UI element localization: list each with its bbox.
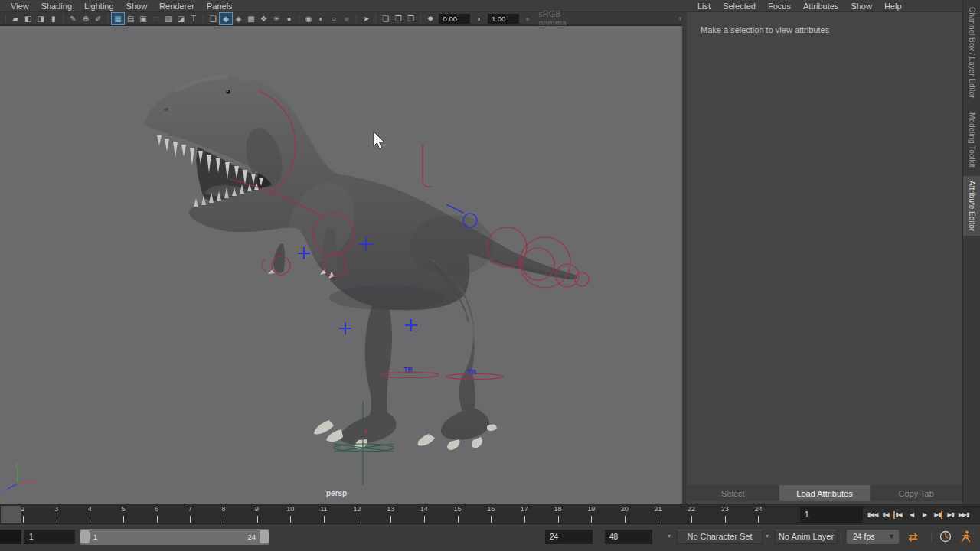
menu-selected[interactable]: Selected — [717, 1, 762, 11]
film-gate-icon[interactable]: ▤ — [125, 13, 137, 24]
copy-tab-button[interactable]: Copy Tab — [871, 485, 962, 501]
go-to-start-button[interactable]: ▮◀◀ — [866, 507, 879, 523]
xray-icon[interactable]: ❏ — [380, 13, 392, 24]
playback-start-field[interactable]: 1 — [24, 530, 75, 544]
play-backwards-button[interactable]: ◀ — [905, 507, 918, 523]
smooth-shade-icon[interactable]: ◆ — [220, 13, 232, 24]
timeline-frame-19[interactable]: 19 — [591, 504, 625, 525]
tab-attribute-editor[interactable]: Attribute Editor — [963, 176, 980, 236]
character-set-caret-icon[interactable]: ▾ — [668, 533, 671, 540]
fps-caret-icon[interactable]: ▼ — [888, 530, 895, 544]
image-plane-icon[interactable]: ❒ — [405, 13, 417, 24]
step-forward-key-button[interactable]: ▶▮ — [944, 507, 957, 523]
timeline-frame-2[interactable]: 2 — [23, 504, 57, 525]
range-slider[interactable]: 1 24 — [80, 529, 270, 545]
timeline-frame-12[interactable]: 12 — [358, 504, 391, 525]
timeline-frame-15[interactable]: 15 — [458, 504, 492, 525]
gamma-field[interactable]: 1.00 — [488, 14, 519, 24]
time-slider[interactable]: 23456789101112131415161718192021222324 1… — [0, 504, 980, 525]
timeline-frame-6[interactable]: 6 — [157, 504, 191, 525]
load-attributes-button[interactable]: Load Attributes — [779, 485, 871, 501]
bookmark-icon[interactable]: ▮ — [47, 13, 60, 24]
view-transform-caret-icon[interactable]: ▾ — [593, 15, 682, 22]
use-all-lights-icon[interactable]: ❖ — [258, 13, 270, 24]
timeline-frame-17[interactable]: 17 — [524, 504, 558, 525]
shadows-icon[interactable]: ● — [283, 13, 296, 24]
menu-help[interactable]: Help — [878, 1, 908, 11]
select-button[interactable]: Select — [688, 485, 779, 501]
timeline-frame-4[interactable]: 4 — [90, 504, 123, 525]
view-transform-icon[interactable]: ● — [521, 13, 534, 24]
current-frame-field[interactable]: 1 — [800, 507, 863, 523]
textured-icon[interactable]: ▩ — [245, 13, 257, 24]
go-to-end-button[interactable]: ▶▶▮ — [957, 507, 970, 523]
screen-space-ao-icon[interactable]: ◉ — [302, 13, 315, 24]
tab-modeling-toolkit[interactable]: Modeling Toolkit — [963, 108, 980, 172]
depth-of-field-icon[interactable]: ■ — [341, 13, 353, 24]
timeline-frame-11[interactable]: 11 — [324, 504, 358, 525]
isolate-select-icon[interactable]: ➤ — [360, 13, 372, 24]
timeline-frame-14[interactable]: 14 — [424, 504, 458, 525]
safe-title-icon[interactable]: T — [188, 13, 200, 24]
character-set-selector[interactable]: No Character Set — [677, 530, 763, 544]
menu-renderer[interactable]: Renderer — [153, 1, 201, 11]
menu-shading[interactable]: Shading — [35, 1, 78, 11]
animation-start-field[interactable] — [0, 530, 21, 544]
menu-attributes[interactable]: Attributes — [797, 1, 844, 11]
step-back-key-button[interactable]: ▮◀ — [879, 507, 892, 523]
playback-loop-icon[interactable]: ⇄ — [908, 530, 918, 544]
xray-joints-icon[interactable]: ❐ — [392, 13, 404, 24]
timeline-frame-13[interactable]: 13 — [390, 504, 424, 525]
runner-icon[interactable] — [959, 530, 972, 546]
grease-pencil-icon[interactable]: ✎ — [67, 13, 80, 24]
menu-view[interactable]: View — [5, 1, 35, 11]
timeline-frame-16[interactable]: 16 — [491, 504, 524, 525]
motion-blur-icon[interactable]: ◐ — [315, 13, 328, 24]
menu-show[interactable]: Show — [120, 1, 154, 11]
timeline-frame-18[interactable]: 18 — [558, 504, 592, 525]
timeline-frame-7[interactable]: 7 — [190, 504, 224, 525]
timeline-frame-3[interactable]: 3 — [57, 504, 90, 525]
timeline-frame-24[interactable]: 24 — [758, 504, 792, 525]
step-back-frame-button[interactable]: ▮◀ — [892, 507, 905, 523]
menu-focus[interactable]: Focus — [762, 1, 797, 11]
pencil-tool-icon[interactable]: ✐ — [93, 13, 105, 24]
field-chart-icon[interactable]: ▨ — [162, 13, 175, 24]
lighting-icon[interactable]: ☀ — [270, 13, 283, 24]
clock-icon[interactable] — [939, 530, 952, 546]
gate-mask-icon[interactable]: □ — [150, 13, 162, 24]
timeline-frame-22[interactable]: 22 — [691, 504, 725, 525]
animation-end-field[interactable]: 48 — [605, 530, 652, 544]
timeline-frame-10[interactable]: 10 — [290, 504, 324, 525]
menu-show[interactable]: Show — [844, 1, 878, 11]
safe-action-icon[interactable]: ◪ — [175, 13, 188, 24]
viewport-canvas[interactable]: TR TR y x z persp — [0, 26, 682, 504]
tab-channel-box-layer-editor[interactable]: Channel Box / Layer Editor — [963, 2, 980, 103]
pan-zoom-icon[interactable]: ⊕ — [80, 13, 92, 24]
anim-layer-caret-icon[interactable]: ▾ — [766, 533, 769, 540]
timeline-frame-8[interactable]: 8 — [224, 504, 257, 525]
multisample-icon[interactable]: ○ — [328, 13, 340, 24]
step-forward-frame-button[interactable]: ▶▮ — [931, 507, 944, 523]
timeline-frame-20[interactable]: 20 — [625, 504, 658, 525]
exposure-field[interactable]: 0.00 — [439, 14, 470, 24]
current-frame-indicator[interactable] — [1, 506, 21, 523]
menu-panels[interactable]: Panels — [201, 1, 239, 11]
timeline-frame-23[interactable]: 23 — [725, 504, 759, 525]
anim-layer-selector[interactable]: No Anim Layer — [775, 530, 838, 544]
menu-lighting[interactable]: Lighting — [78, 1, 120, 11]
viewport[interactable]: TR TR y x z persp — [0, 25, 682, 504]
trex-model[interactable] — [144, 77, 577, 450]
timeline-frame-5[interactable]: 5 — [123, 504, 157, 525]
camcorder-icon[interactable]: ▰ — [10, 13, 22, 24]
resolution-gate-icon[interactable]: ▣ — [137, 13, 149, 24]
camera-keyframe-icon[interactable]: ◧ — [22, 13, 34, 24]
wireframe-icon[interactable]: ❑ — [207, 13, 220, 24]
exposure-icon[interactable]: ✸ — [424, 13, 436, 24]
camera-bookmark-icon[interactable]: ◨ — [35, 13, 47, 24]
grid-toggle-icon[interactable]: ▦ — [112, 13, 124, 24]
playback-end-field[interactable]: 24 — [545, 530, 593, 544]
play-forwards-button[interactable]: ▶ — [918, 507, 931, 523]
timeline-frame-9[interactable]: 9 — [257, 504, 291, 525]
range-slider-right-handle[interactable] — [260, 530, 269, 543]
